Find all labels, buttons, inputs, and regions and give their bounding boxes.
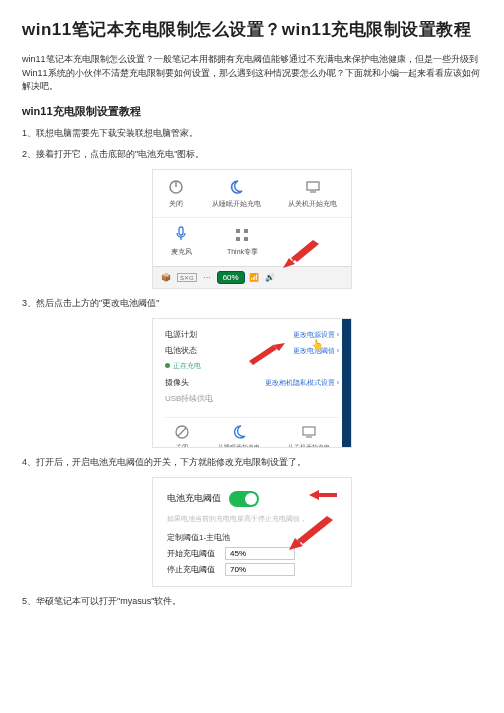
step-3: 3、然后点击上方的"更改电池阈值" — [22, 297, 482, 310]
arrow-annotation-icon — [309, 488, 337, 502]
moon-icon — [227, 178, 245, 196]
option-shutdown-charge: 从关机开始充电 — [288, 178, 337, 209]
option-mic-label: 麦克风 — [171, 247, 192, 257]
power-plan-label: 电源计划 — [165, 329, 197, 340]
grid-icon — [233, 226, 251, 244]
cursor-icon: 👆 — [311, 339, 323, 350]
option-off-label: 关闭 — [169, 199, 183, 209]
taskbar-tray: 📦 S✕G ⋯ 60% 📶 🔊 — [153, 266, 351, 288]
step-2: 2、接着打开它，点击底部的"电池充电"图标。 — [22, 148, 482, 161]
screenshot-1: 关闭 从睡眠开始充电 从关机开始充电 麦克风 Think专享 📦 S✕G ⋯ 6… — [152, 169, 352, 289]
svg-rect-8 — [236, 237, 240, 241]
stop-threshold-input[interactable] — [225, 563, 295, 576]
option-sleep-label: 从睡眠开始充电 — [212, 199, 261, 209]
battery-indicator[interactable]: 60% — [217, 271, 245, 284]
svg-rect-2 — [307, 182, 319, 190]
camera-privacy-link[interactable]: 更改相机隐私模式设置 › — [265, 378, 339, 388]
intro-paragraph: win11笔记本充电限制怎么设置？一般笔记本用都拥有充电阈值能够通过不充满电来保… — [22, 53, 482, 94]
option-sleep-charge: 从睡眠开始充电 — [212, 178, 261, 209]
wifi-icon: 📶 — [249, 273, 259, 282]
svg-marker-18 — [309, 490, 337, 500]
mic-icon — [172, 226, 190, 244]
mode-sleep: 从睡眠开始充电 — [218, 424, 260, 448]
option-off: 关闭 — [167, 178, 185, 209]
more-icon: ⋯ — [203, 273, 211, 282]
usb-label: USB持续供电 — [165, 393, 213, 404]
svg-line-13 — [178, 428, 186, 436]
option-think: Think专享 — [227, 226, 258, 257]
step-4: 4、打开后，开启电池充电阈值的开关，下方就能修改充电限制设置了。 — [22, 456, 482, 469]
step-5: 5、华硕笔记本可以打开"myasus"软件。 — [22, 595, 482, 608]
mode-shutdown: 从关机开始充电 — [288, 424, 330, 448]
threshold-switch[interactable] — [229, 491, 259, 507]
arrow-annotation-icon — [289, 514, 333, 550]
stop-threshold-label: 停止充电阈值 — [167, 564, 215, 575]
arrow-annotation-icon — [283, 240, 319, 268]
svg-rect-4 — [179, 227, 183, 235]
start-threshold-label: 开始充电阈值 — [167, 548, 215, 559]
mode-off: 关闭 — [174, 424, 190, 448]
option-mic: 麦克风 — [171, 226, 192, 257]
tray-icon: 📦 — [161, 273, 171, 282]
start-threshold-input[interactable] — [225, 547, 295, 560]
option-think-label: Think专享 — [227, 247, 258, 257]
page-title: win11笔记本充电限制怎么设置？win11充电限制设置教程 — [22, 18, 482, 41]
monitor-icon — [304, 178, 322, 196]
screenshot-3: 电池充电阈值 如果电池当前的充电电量高于停止充电阈值， 定制阈值1-主电池 开始… — [152, 477, 352, 587]
screenshot-2: 电源计划 更改电源设置 › 电池状态 更改电池阈值 › 正在充电 摄像头 更改相… — [152, 318, 352, 448]
option-shutdown-label: 从关机开始充电 — [288, 199, 337, 209]
section-heading: win11充电限制设置教程 — [22, 104, 482, 119]
lang-icon: S✕G — [177, 273, 197, 282]
power-icon — [167, 178, 185, 196]
svg-rect-14 — [303, 427, 315, 435]
battery-status-label: 电池状态 — [165, 345, 197, 356]
threshold-switch-label: 电池充电阈值 — [167, 492, 221, 505]
sound-icon: 🔊 — [265, 273, 275, 282]
svg-rect-7 — [244, 229, 248, 233]
svg-rect-6 — [236, 229, 240, 233]
arrow-annotation-icon — [249, 343, 285, 367]
svg-rect-9 — [244, 237, 248, 241]
step-1: 1、联想电脑需要先下载安装联想电脑管家。 — [22, 127, 482, 140]
camera-label: 摄像头 — [165, 377, 189, 388]
